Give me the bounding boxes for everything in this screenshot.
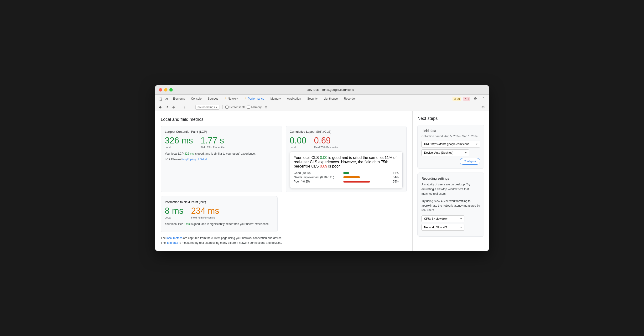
field-data-link[interactable]: field data [166, 241, 178, 245]
tab-recorder[interactable]: Recorder [341, 96, 358, 102]
lcp-field-label: Field 75th Percentile [200, 146, 224, 149]
lcp-field-value: 1.77 s [200, 136, 224, 145]
tab-recorder-label: Recorder [344, 97, 356, 100]
record-button[interactable]: ⏺ [158, 105, 163, 110]
recordings-dropdown[interactable]: no recordings ▾ [195, 105, 220, 110]
download-button[interactable]: ↓ [189, 105, 194, 110]
footer-text: The local metrics are captured from the … [161, 236, 407, 245]
main-panel: Local and field metrics Largest Contentf… [155, 111, 413, 251]
field-data-period: Collection period: Aug 5, 2024 - Sep 1, … [422, 135, 480, 138]
tab-console[interactable]: Console [188, 96, 204, 102]
lcp-highlight-link[interactable]: 326 ms [184, 152, 194, 155]
tab-elements[interactable]: Elements [170, 96, 188, 102]
cls-field-group: 0.69 Field 75th Percentile [314, 136, 338, 149]
cls-tooltip-field: 0.69 [320, 164, 327, 168]
lcp-field-group: 1.77 s Field 75th Percentile [200, 136, 224, 149]
cls-bar-good-track [344, 172, 390, 174]
memory-checkbox[interactable] [247, 106, 250, 109]
inspect-icon[interactable]: ⬚ [157, 96, 164, 102]
screenshots-checkbox-label[interactable]: Screenshots [226, 106, 246, 109]
side-title: Next steps [418, 116, 484, 121]
warn-icon-badge: ⚠ [454, 97, 456, 100]
tab-lighthouse-label: Lighthouse [324, 97, 338, 100]
url-select-label: URL: https://fonts.google.com/icons [424, 142, 469, 146]
recording-settings-desc1: A majority of users are on desktop. Try … [422, 182, 480, 196]
device-icon[interactable]: ▱ [164, 96, 170, 102]
cls-bar-needs-label: Needs improvement (0.10-0.25) [294, 176, 342, 179]
tab-sources-label: Sources [208, 97, 218, 100]
reload-button[interactable]: ↺ [164, 105, 169, 110]
cpu-select-arrow: ▾ [460, 217, 462, 220]
tab-application[interactable]: Application [284, 96, 304, 102]
settings-icon[interactable]: ⚙ [472, 96, 478, 102]
url-select-arrow: ▾ [476, 142, 478, 146]
tab-performance[interactable]: ⚠ Performance [242, 96, 267, 102]
cls-bar-good-fill [344, 172, 349, 174]
maximize-button[interactable] [169, 88, 173, 91]
cls-tooltip-local: 0.00 [320, 156, 327, 160]
tab-security[interactable]: Security [304, 96, 320, 102]
tab-lighthouse[interactable]: Lighthouse [321, 96, 340, 102]
cls-field-label: Field 75th Percentile [314, 146, 338, 149]
screenshots-label: Screenshots [230, 106, 246, 109]
cls-card: Cumulative Layout Shift (CLS) 0.00 Local… [286, 126, 407, 192]
close-button[interactable] [159, 88, 162, 91]
local-metrics-link[interactable]: local metrics [166, 236, 182, 240]
cls-bar-needs: Needs improvement (0.10-0.25) 34% [294, 176, 399, 179]
tab-performance-label: Performance [248, 97, 264, 100]
screenshots-checkbox[interactable] [226, 106, 228, 109]
inp-highlight: 8 ms [184, 222, 190, 226]
titlebar: DevTools - fonts.google.com/icons [155, 85, 489, 95]
tab-elements-label: Elements [173, 97, 185, 100]
tab-application-label: Application [287, 97, 301, 100]
tab-memory-label: Memory [270, 97, 281, 100]
cls-tooltip-desc: Your local CLS 0.00 is good and is rated… [294, 156, 399, 168]
network-select[interactable]: Network: Slow 4G ▾ [422, 224, 464, 231]
configure-button[interactable]: Configure [460, 158, 480, 165]
tab-memory[interactable]: Memory [268, 96, 284, 102]
lcp-local-label: Local [165, 146, 193, 149]
clear-button[interactable]: ⊘ [171, 105, 176, 110]
inp-field-group: 234 ms Field 75th Percentile [191, 207, 219, 219]
inp-title: Interaction to Next Paint (INP) [165, 200, 274, 204]
tab-network-label: Network [228, 97, 238, 100]
content-area: Local and field metrics Largest Contentf… [155, 111, 489, 251]
device-select[interactable]: Device: Auto (Desktop) ▾ [422, 149, 469, 156]
warnings-badge: ⚠ 20 [452, 97, 461, 101]
toolbar-sep1 [179, 105, 179, 109]
cls-bar-poor-pct: 55% [392, 180, 398, 183]
toolbar-sep2 [222, 105, 222, 109]
configure-row: Configure [422, 158, 480, 165]
inp-card: Interaction to Next Paint (INP) 8 ms Loc… [161, 196, 278, 232]
lcp-element-link[interactable]: img#hplogo.lnXdpd [182, 158, 207, 161]
side-panel: Next steps Field data Collection period:… [413, 111, 489, 251]
upload-button[interactable]: ↑ [182, 105, 187, 110]
tabs-bar: ⬚ ▱ Elements Console Sources ⚠ Network ⚠… [155, 95, 489, 103]
lcp-element-label: LCP Element [165, 158, 182, 161]
inp-row: Interaction to Next Paint (INP) 8 ms Loc… [161, 196, 407, 232]
lcp-local-value: 326 ms [165, 136, 193, 145]
inp-field-label: Field 75th Percentile [191, 216, 219, 219]
tab-network[interactable]: ⚠ Network [222, 96, 241, 102]
memory-checkbox-label[interactable]: Memory [247, 106, 262, 109]
tab-sources[interactable]: Sources [205, 96, 221, 102]
cls-tooltip: Your local CLS 0.00 is good and is rated… [290, 152, 403, 188]
cpu-throttle-icon[interactable]: ⊞ [264, 105, 268, 110]
minimize-button[interactable] [164, 88, 168, 91]
cls-bar-good-label: Good (≤0.10) [294, 171, 342, 175]
warnings-count: 20 [457, 97, 460, 100]
device-select-arrow: ▾ [465, 151, 466, 154]
window-title: DevTools - fonts.google.com/icons [176, 88, 485, 91]
toolbar-right: ⚙ [480, 104, 486, 110]
error-icon-badge: ✕ [465, 97, 467, 100]
lcp-values: 326 ms Local 1.77 s Field 75th Percentil… [165, 136, 278, 149]
cls-bar-poor-label: Poor (>0.25) [294, 180, 342, 183]
cpu-select[interactable]: CPU: 6× slowdown ▾ [422, 215, 464, 222]
inp-field-value: 234 ms [191, 207, 219, 215]
url-select[interactable]: URL: https://fonts.google.com/icons ▾ [422, 141, 480, 147]
settings-icon-toolbar[interactable]: ⚙ [480, 104, 486, 110]
traffic-lights [159, 88, 173, 91]
more-icon[interactable]: ⋮ [480, 96, 487, 102]
top-metrics-row: Largest Contentful Paint (LCP) 326 ms Lo… [161, 126, 407, 192]
recording-settings-title: Recording settings [422, 177, 480, 180]
